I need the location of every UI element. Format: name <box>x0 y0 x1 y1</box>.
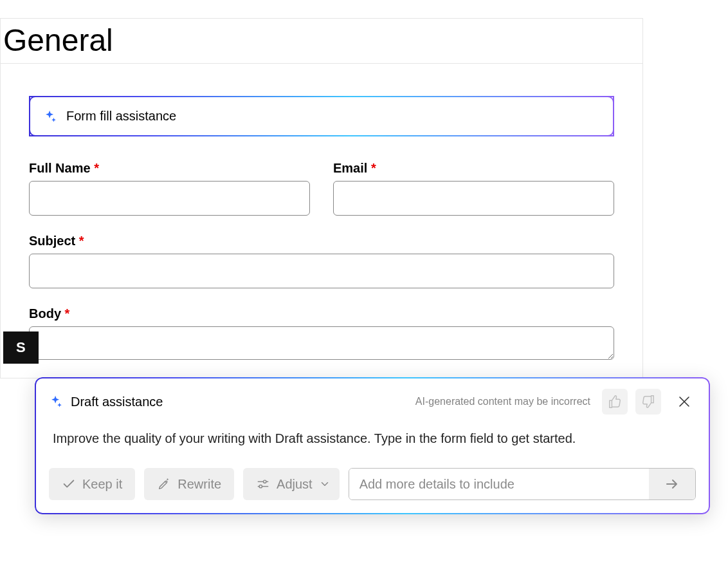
add-details-field <box>349 468 696 500</box>
draft-assistance-panel: Draft assistance AI-generated content ma… <box>35 377 710 514</box>
label-subject: Subject * <box>29 234 614 248</box>
chevron-down-icon <box>319 478 331 490</box>
add-details-input[interactable] <box>349 469 649 499</box>
submit-button[interactable]: S <box>3 331 39 364</box>
textarea-body[interactable] <box>29 326 614 360</box>
checkmark-icon <box>62 477 76 491</box>
draft-panel-header: Draft assistance AI-generated content ma… <box>49 389 696 415</box>
label-body: Body * <box>29 306 614 321</box>
sliders-icon <box>256 477 270 491</box>
form-fill-assistance-label: Form fill assistance <box>66 109 176 124</box>
page-container: General Form fill assistance Full Name *… <box>0 18 643 378</box>
close-button[interactable] <box>673 390 696 413</box>
send-button[interactable] <box>649 469 695 499</box>
adjust-button[interactable]: Adjust <box>243 468 340 500</box>
label-full-name: Full Name * <box>29 161 310 176</box>
form-fill-assistance-banner[interactable]: Form fill assistance <box>29 96 614 136</box>
field-group-full-name: Full Name * <box>29 161 310 216</box>
draft-panel-message: Improve the quality of your writing with… <box>53 431 696 446</box>
svg-point-1 <box>264 480 266 483</box>
input-email[interactable] <box>333 181 614 216</box>
required-marker: * <box>371 161 376 175</box>
thumbs-up-button[interactable] <box>602 389 628 415</box>
input-full-name[interactable] <box>29 181 310 216</box>
draft-panel-actions: Keep it Rewrite Adjust <box>49 468 696 500</box>
thumbs-down-icon <box>641 395 655 409</box>
field-group-email: Email * <box>333 161 614 216</box>
rewrite-icon <box>157 477 171 491</box>
sparkle-icon <box>49 395 63 409</box>
form-row-name-email: Full Name * Email * <box>29 161 614 216</box>
page-title: General <box>1 19 642 64</box>
required-marker: * <box>65 306 70 321</box>
label-email: Email * <box>333 161 614 176</box>
field-group-subject: Subject * <box>29 234 614 288</box>
ai-disclaimer: AI-generated content may be incorrect <box>415 396 590 407</box>
close-icon <box>678 396 690 407</box>
draft-panel-title: Draft assistance <box>71 395 163 409</box>
rewrite-button[interactable]: Rewrite <box>144 468 234 500</box>
form-area: Form fill assistance Full Name * Email * <box>1 64 642 360</box>
input-subject[interactable] <box>29 254 614 288</box>
svg-point-3 <box>259 485 262 487</box>
keep-it-button[interactable]: Keep it <box>49 468 135 500</box>
sparkle-icon <box>43 109 57 124</box>
field-group-body: Body * <box>29 306 614 360</box>
thumbs-down-button[interactable] <box>635 389 661 415</box>
thumbs-up-icon <box>608 395 622 409</box>
arrow-right-icon <box>664 476 680 492</box>
required-marker: * <box>79 234 84 248</box>
required-marker: * <box>94 161 99 175</box>
